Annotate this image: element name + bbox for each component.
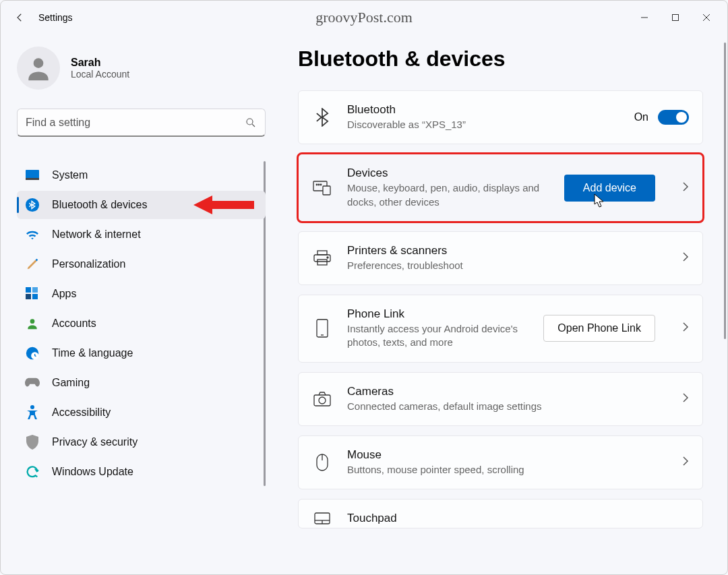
chevron-right-icon xyxy=(682,251,689,265)
nav-label: Network & internet xyxy=(52,229,141,241)
apps-icon xyxy=(25,286,40,301)
add-device-button[interactable]: Add device xyxy=(564,175,655,202)
person-small-icon xyxy=(25,316,40,331)
svg-point-2 xyxy=(34,58,44,68)
card-printers[interactable]: Printers & scanners Preferences, trouble… xyxy=(298,231,703,285)
nav-apps[interactable]: Apps xyxy=(17,280,266,308)
svg-rect-10 xyxy=(32,287,38,293)
card-devices[interactable]: Devices Mouse, keyboard, pen, audio, dis… xyxy=(298,154,703,222)
main-content: Bluetooth & devices Bluetooth Discoverab… xyxy=(274,34,727,574)
arrow-left-icon xyxy=(13,11,26,24)
nav-label: Personalization xyxy=(52,258,125,270)
devices-icon xyxy=(312,181,332,195)
card-title: Mouse xyxy=(347,448,667,462)
phone-icon xyxy=(312,319,332,338)
nav-gaming[interactable]: Gaming xyxy=(17,369,266,397)
search-icon xyxy=(245,117,257,129)
close-button[interactable] xyxy=(691,5,722,30)
svg-rect-9 xyxy=(26,287,31,293)
svg-rect-5 xyxy=(26,170,39,179)
search-box[interactable] xyxy=(17,109,266,137)
chevron-right-icon xyxy=(682,322,689,335)
maximize-icon xyxy=(671,13,679,22)
svg-rect-6 xyxy=(26,178,39,180)
nav-personalization[interactable]: Personalization xyxy=(17,250,266,278)
svg-point-19 xyxy=(316,184,317,185)
nav-label: Bluetooth & devices xyxy=(52,199,147,211)
card-mouse[interactable]: Mouse Buttons, mouse pointer speed, scro… xyxy=(298,435,703,489)
maximize-button[interactable] xyxy=(660,5,691,30)
nav-privacy[interactable]: Privacy & security xyxy=(17,428,266,456)
bluetooth-toggle[interactable] xyxy=(658,110,689,125)
card-bluetooth[interactable]: Bluetooth Discoverable as “XPS_13” On xyxy=(298,90,703,144)
person-icon xyxy=(24,53,53,83)
nav-time-language[interactable]: Time & language xyxy=(17,339,266,367)
touchpad-icon xyxy=(312,512,332,524)
accessibility-icon xyxy=(25,405,40,420)
card-subtitle: Buttons, mouse pointer speed, scrolling xyxy=(347,463,576,477)
mouse-icon xyxy=(312,454,332,471)
bluetooth-icon xyxy=(25,198,40,212)
wifi-icon xyxy=(25,227,40,242)
nav-label: Accounts xyxy=(52,317,96,330)
card-touchpad[interactable]: Touchpad xyxy=(298,499,703,528)
minimize-icon xyxy=(640,13,648,22)
globe-clock-icon xyxy=(25,346,40,361)
card-title: Printers & scanners xyxy=(347,244,667,258)
nav-accessibility[interactable]: Accessibility xyxy=(17,398,266,427)
card-subtitle: Preferences, troubleshoot xyxy=(347,259,576,272)
svg-line-4 xyxy=(252,124,255,127)
back-button[interactable] xyxy=(6,4,33,31)
nav-label: System xyxy=(52,169,88,181)
card-subtitle: Instantly access your Android device's p… xyxy=(347,322,528,350)
watermark-text: groovyPost.com xyxy=(315,9,413,26)
svg-rect-26 xyxy=(317,320,328,337)
main-scrollbar[interactable] xyxy=(724,42,726,339)
profile-subtitle: Local Account xyxy=(71,69,129,80)
nav-label: Windows Update xyxy=(52,466,133,478)
card-title: Bluetooth xyxy=(347,103,619,117)
profile-block[interactable]: Sarah Local Account xyxy=(17,47,266,90)
nav-windows-update[interactable]: Windows Update xyxy=(17,458,266,486)
card-phone-link[interactable]: Phone Link Instantly access your Android… xyxy=(298,295,703,363)
titlebar: Settings groovyPost.com xyxy=(1,1,727,34)
toggle-state-label: On xyxy=(634,111,648,123)
open-phone-link-button[interactable]: Open Phone Link xyxy=(543,315,655,342)
card-subtitle: Discoverable as “XPS_13” xyxy=(347,118,576,131)
update-icon xyxy=(25,464,40,479)
annotation-arrow-icon xyxy=(193,193,254,216)
svg-point-21 xyxy=(320,184,322,185)
chevron-right-icon xyxy=(682,392,689,406)
printer-icon xyxy=(312,250,332,266)
card-title: Cameras xyxy=(347,385,667,398)
svg-rect-24 xyxy=(317,260,327,265)
search-input[interactable] xyxy=(26,117,245,129)
system-icon xyxy=(25,168,40,183)
nav-bluetooth-devices[interactable]: Bluetooth & devices xyxy=(17,191,266,219)
svg-rect-1 xyxy=(673,15,679,21)
close-icon xyxy=(702,13,710,22)
camera-icon xyxy=(312,392,332,406)
nav-label: Privacy & security xyxy=(52,436,138,448)
svg-marker-8 xyxy=(193,195,254,214)
card-subtitle: Mouse, keyboard, pen, audio, displays an… xyxy=(347,181,549,209)
nav-system[interactable]: System xyxy=(17,161,266,189)
svg-point-20 xyxy=(318,184,320,185)
svg-point-16 xyxy=(30,405,34,409)
svg-point-25 xyxy=(327,257,328,258)
nav-network[interactable]: Network & internet xyxy=(17,220,266,249)
avatar xyxy=(17,47,60,90)
shield-icon xyxy=(25,435,40,450)
nav-label: Gaming xyxy=(52,377,90,389)
card-title: Devices xyxy=(347,167,549,180)
paintbrush-icon xyxy=(25,257,40,272)
card-cameras[interactable]: Cameras Connected cameras, default image… xyxy=(298,372,703,426)
card-title: Phone Link xyxy=(347,307,528,321)
svg-point-3 xyxy=(247,119,253,125)
nav-accounts[interactable]: Accounts xyxy=(17,309,266,338)
nav-label: Accessibility xyxy=(52,406,111,419)
sidebar: Sarah Local Account System Bluetooth & d… xyxy=(1,34,274,574)
page-title: Bluetooth & devices xyxy=(298,47,703,71)
minimize-button[interactable] xyxy=(629,5,660,30)
chevron-right-icon xyxy=(682,181,689,195)
